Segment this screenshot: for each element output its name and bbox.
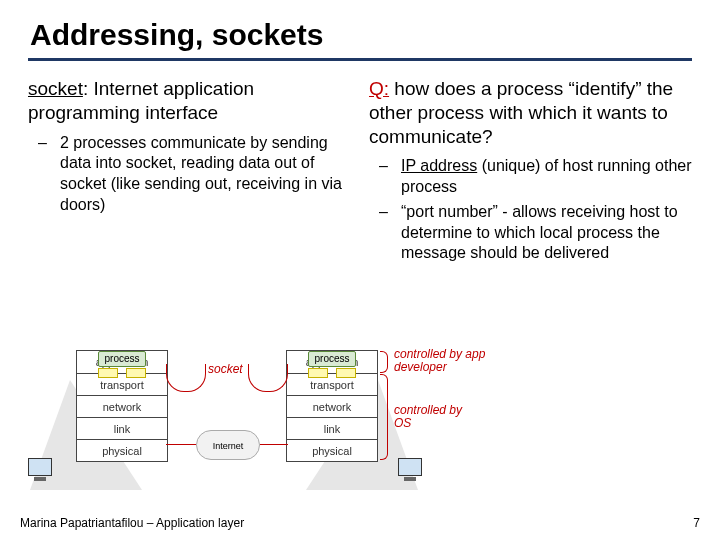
controlled-by-app: controlled by app developer	[394, 348, 494, 374]
internet-cloud: Internet	[196, 430, 260, 460]
socket-diagram: application transport network link physi…	[28, 340, 692, 490]
socket-pad-l1	[98, 368, 118, 378]
left-bullet-1: 2 processes communicate by sending data …	[52, 133, 351, 216]
question-heading-rest: how does a process “identify” the other …	[369, 78, 673, 147]
socket-arc-right	[248, 364, 288, 392]
controlled-by-os: controlled by OS	[394, 404, 474, 430]
right-bullets: IP address (unique) of host running othe…	[369, 156, 692, 264]
link-left	[166, 444, 196, 445]
process-box-right: process	[308, 351, 356, 367]
footer-text: Marina Papatriantafilou – Application la…	[20, 516, 244, 530]
layer-l-2: network	[77, 395, 167, 417]
socket-pad-r2	[336, 368, 356, 378]
brace-app	[380, 351, 388, 373]
ip-address-u: IP address	[401, 157, 477, 174]
link-right	[260, 444, 288, 445]
right-column: Q: how does a process “identify” the oth…	[369, 77, 692, 268]
right-bullet-2: “port number” - allows receiving host to…	[393, 202, 692, 264]
q-label: Q:	[369, 78, 389, 99]
layer-l-3: link	[77, 417, 167, 439]
content-columns: socket: Internet application programming…	[28, 77, 692, 268]
layer-r-1: transport	[287, 373, 377, 395]
socket-heading: socket: Internet application programming…	[28, 77, 351, 125]
layer-l-1: transport	[77, 373, 167, 395]
pc-left-icon	[28, 458, 52, 481]
left-bullets: 2 processes communicate by sending data …	[28, 133, 351, 216]
brace-os	[380, 374, 388, 460]
page-number: 7	[693, 516, 700, 530]
right-bullet-1: IP address (unique) of host running othe…	[393, 156, 692, 198]
socket-pad-r1	[308, 368, 328, 378]
layer-r-2: network	[287, 395, 377, 417]
process-box-left: process	[98, 351, 146, 367]
slide-title: Addressing, sockets	[28, 14, 692, 61]
left-column: socket: Internet application programming…	[28, 77, 351, 268]
socket-arc-left	[166, 364, 206, 392]
layer-l-4: physical	[77, 439, 167, 461]
socket-pad-l2	[126, 368, 146, 378]
socket-label: socket	[208, 362, 243, 376]
layer-r-3: link	[287, 417, 377, 439]
question-heading: Q: how does a process “identify” the oth…	[369, 77, 692, 148]
socket-heading-underline: socket	[28, 78, 83, 99]
layer-r-4: physical	[287, 439, 377, 461]
pc-right-icon	[398, 458, 422, 481]
